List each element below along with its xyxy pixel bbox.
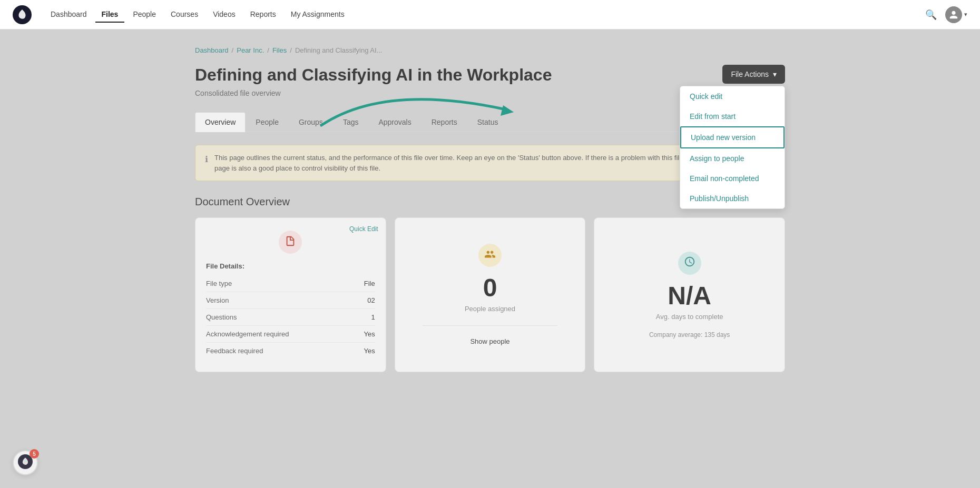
chevron-down-icon: ▾: [964, 11, 967, 18]
dropdown-assign-to-people[interactable]: Assign to people: [680, 148, 785, 168]
dropdown-upload-new-version[interactable]: Upload new version: [680, 126, 785, 148]
search-icon: 🔍: [925, 9, 937, 20]
nav-my-assignments[interactable]: My Assignments: [285, 7, 351, 23]
dropdown-edit-from-start[interactable]: Edit from start: [680, 106, 785, 126]
nav-videos[interactable]: Videos: [207, 7, 242, 23]
navbar-right: 🔍 ▾: [925, 6, 967, 23]
nav-reports[interactable]: Reports: [244, 7, 282, 23]
page-overlay: [0, 0, 980, 488]
user-menu-button[interactable]: ▾: [945, 6, 967, 23]
nav-people[interactable]: People: [126, 7, 162, 23]
dropdown-quick-edit[interactable]: Quick edit: [680, 86, 785, 106]
nav-dashboard[interactable]: Dashboard: [44, 7, 93, 23]
nav-files[interactable]: Files: [95, 7, 125, 23]
dropdown-publish-unpublish[interactable]: Publish/Unpublish: [680, 188, 785, 208]
nav-links: Dashboard Files People Courses Videos Re…: [44, 7, 925, 23]
avatar: [945, 6, 962, 23]
logo: [13, 5, 32, 24]
dropdown-email-non-completed[interactable]: Email non-completed: [680, 168, 785, 188]
file-actions-dropdown: Quick edit Edit from start Upload new ve…: [680, 86, 785, 209]
search-button[interactable]: 🔍: [925, 9, 937, 21]
nav-courses[interactable]: Courses: [164, 7, 204, 23]
navbar: Dashboard Files People Courses Videos Re…: [0, 0, 980, 29]
